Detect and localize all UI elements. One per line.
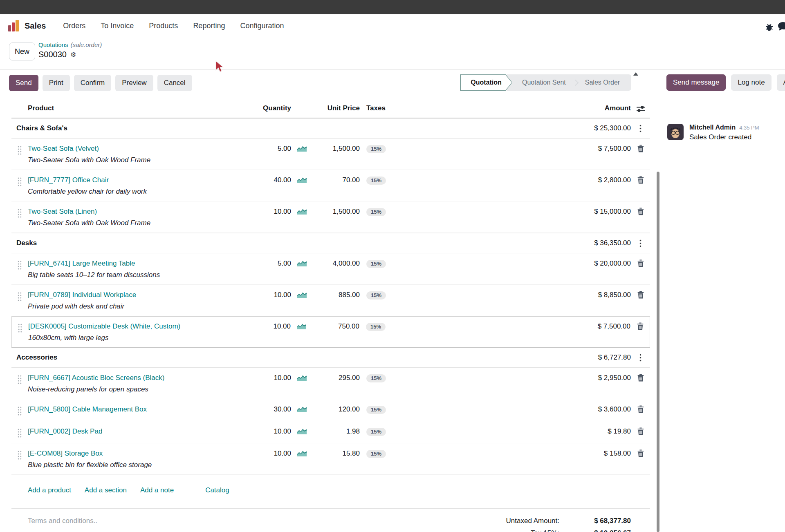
forecast-icon[interactable] bbox=[291, 449, 307, 456]
quantity-value[interactable]: 40.00 bbox=[258, 176, 291, 185]
collapse-caret-icon[interactable] bbox=[633, 72, 638, 76]
add-product-link[interactable]: Add a product bbox=[28, 486, 71, 494]
section-menu-kebab-icon[interactable] bbox=[631, 353, 650, 362]
tax-cell[interactable]: 15% bbox=[360, 144, 433, 153]
unit-price-value[interactable]: 750.00 bbox=[306, 322, 359, 331]
column-header-unit-price[interactable]: Unit Price bbox=[307, 104, 360, 112]
product-row-furn-6741-large-meeting-table[interactable]: [FURN_6741] Large Meeting TableBig table… bbox=[11, 253, 650, 285]
quantity-value[interactable]: 5.00 bbox=[258, 259, 291, 268]
delete-line-trash-icon[interactable] bbox=[631, 176, 650, 184]
new-button[interactable]: New bbox=[9, 42, 35, 60]
unit-price-value[interactable]: 295.00 bbox=[307, 373, 360, 382]
forecast-icon[interactable] bbox=[291, 259, 307, 266]
product-link[interactable]: [FURN_6667] Acoustic Bloc Screens (Black… bbox=[28, 373, 258, 382]
section-row-desks[interactable]: Desks$ 36,350.00 bbox=[11, 233, 650, 253]
product-row-two-seat-sofa-velvet[interactable]: Two-Seat Sofa (Velvet)Two-Seater Sofa wi… bbox=[11, 139, 650, 170]
unit-price-value[interactable]: 4,000.00 bbox=[307, 259, 360, 268]
quantity-value[interactable]: 10.00 bbox=[258, 322, 291, 331]
app-name[interactable]: Sales bbox=[25, 21, 46, 31]
tax-cell[interactable]: 15% bbox=[360, 427, 433, 436]
product-link[interactable]: [E-COM08] Storage Box bbox=[28, 449, 258, 458]
tax-badge[interactable]: 15% bbox=[366, 145, 386, 153]
stage-quotation-sent[interactable]: Quotation Sent bbox=[516, 79, 572, 86]
settings-gear-icon[interactable]: ⚙ bbox=[70, 51, 76, 58]
unit-price-value[interactable]: 1.98 bbox=[307, 427, 360, 436]
delete-line-trash-icon[interactable] bbox=[631, 427, 650, 435]
quantity-value[interactable]: 5.00 bbox=[258, 144, 291, 153]
tax-badge[interactable]: 15% bbox=[366, 450, 386, 458]
delete-line-trash-icon[interactable] bbox=[631, 449, 650, 457]
product-row-furn-0002-desk-pad[interactable]: [FURN_0002] Desk Pad10.001.9815%$ 19.80 bbox=[11, 421, 650, 443]
cancel-button[interactable]: Cancel bbox=[157, 75, 192, 91]
delete-line-trash-icon[interactable] bbox=[631, 291, 650, 299]
forecast-icon[interactable] bbox=[291, 405, 307, 412]
quantity-value[interactable]: 10.00 bbox=[258, 291, 291, 300]
forecast-icon[interactable] bbox=[291, 144, 307, 152]
drag-handle-icon[interactable] bbox=[12, 322, 28, 333]
tax-cell[interactable]: 15% bbox=[360, 259, 433, 268]
confirm-button[interactable]: Confirm bbox=[74, 75, 112, 91]
vertical-scrollbar[interactable] bbox=[657, 172, 659, 532]
activities-button-partial[interactable]: Ac bbox=[777, 74, 785, 91]
product-link[interactable]: [FURN_5800] Cable Management Box bbox=[28, 405, 258, 414]
tax-cell[interactable]: 15% bbox=[360, 207, 433, 216]
drag-handle-icon[interactable] bbox=[11, 405, 28, 416]
column-header-amount[interactable]: Amount bbox=[433, 104, 631, 112]
section-menu-kebab-icon[interactable] bbox=[631, 124, 650, 132]
delete-line-trash-icon[interactable] bbox=[631, 207, 650, 215]
add-note-link[interactable]: Add a note bbox=[140, 486, 174, 494]
nav-item-products[interactable]: Products bbox=[149, 22, 178, 30]
drag-handle-icon[interactable] bbox=[11, 176, 28, 187]
quantity-value[interactable]: 30.00 bbox=[258, 405, 291, 414]
product-link[interactable]: Two-Seat Sofa (Linen) bbox=[28, 207, 258, 216]
catalog-button[interactable]: Catalog bbox=[205, 486, 229, 494]
column-header-taxes[interactable]: Taxes bbox=[360, 104, 433, 112]
unit-price-value[interactable]: 120.00 bbox=[307, 405, 360, 414]
section-menu-kebab-icon[interactable] bbox=[631, 239, 650, 247]
tax-cell[interactable]: 15% bbox=[360, 373, 433, 382]
messages-bubble-icon[interactable] bbox=[777, 21, 785, 34]
product-link[interactable]: [FURN_7777] Office Chair bbox=[28, 176, 258, 185]
quantity-value[interactable]: 10.00 bbox=[258, 373, 291, 382]
delete-line-trash-icon[interactable] bbox=[631, 259, 650, 267]
product-row-furn-0789-individual-workplace[interactable]: [FURN_0789] Individual WorkplacePrivate … bbox=[11, 285, 650, 316]
product-link[interactable]: [FURN_0002] Desk Pad bbox=[28, 427, 258, 436]
tax-badge[interactable]: 15% bbox=[366, 177, 386, 185]
forecast-icon[interactable] bbox=[291, 291, 307, 298]
nav-item-orders[interactable]: Orders bbox=[63, 22, 85, 30]
tax-badge[interactable]: 15% bbox=[366, 374, 386, 382]
drag-handle-icon[interactable] bbox=[11, 427, 28, 438]
sales-app-logo-icon[interactable] bbox=[8, 20, 19, 31]
product-row-two-seat-sofa-linen[interactable]: Two-Seat Sofa (Linen)Two-Seater Sofa wit… bbox=[11, 201, 650, 233]
delete-line-trash-icon[interactable] bbox=[630, 322, 650, 330]
product-row-desk0005-customizable-desk-white-custom[interactable]: [DESK0005] Customizable Desk (White, Cus… bbox=[11, 316, 650, 347]
preview-button[interactable]: Preview bbox=[115, 75, 153, 91]
product-link[interactable]: [DESK0005] Customizable Desk (White, Cus… bbox=[28, 322, 258, 331]
delete-line-trash-icon[interactable] bbox=[631, 373, 650, 382]
drag-handle-icon[interactable] bbox=[11, 144, 28, 155]
forecast-icon[interactable] bbox=[291, 207, 307, 215]
column-header-product[interactable]: Product bbox=[28, 104, 258, 112]
tax-badge[interactable]: 15% bbox=[366, 428, 386, 436]
tax-cell[interactable]: 15% bbox=[360, 405, 433, 414]
delete-line-trash-icon[interactable] bbox=[631, 405, 650, 413]
message-author[interactable]: Mitchell Admin bbox=[689, 124, 736, 131]
unit-price-value[interactable]: 1,500.00 bbox=[307, 207, 360, 216]
tax-cell[interactable]: 15% bbox=[360, 449, 433, 458]
unit-price-value[interactable]: 1,500.00 bbox=[307, 144, 360, 153]
section-row-accessories[interactable]: Accessories$ 6,727.80 bbox=[11, 347, 650, 368]
log-note-button[interactable]: Log note bbox=[731, 74, 771, 91]
send-button[interactable]: Send bbox=[9, 75, 38, 91]
tax-badge[interactable]: 15% bbox=[366, 208, 386, 216]
drag-handle-icon[interactable] bbox=[11, 259, 28, 270]
terms-placeholder[interactable]: Terms and conditions.. bbox=[11, 517, 421, 532]
unit-price-value[interactable]: 70.00 bbox=[307, 176, 360, 185]
optional-columns-icon[interactable] bbox=[631, 105, 650, 112]
tax-badge[interactable]: 15% bbox=[366, 406, 386, 414]
product-row-e-com08-storage-box[interactable]: [E-COM08] Storage BoxBlue plastic bin fo… bbox=[11, 443, 650, 475]
product-row-furn-7777-office-chair[interactable]: [FURN_7777] Office ChairComfortable yell… bbox=[11, 170, 650, 201]
product-link[interactable]: [FURN_0789] Individual Workplace bbox=[28, 291, 258, 300]
stage-quotation-active[interactable]: Quotation bbox=[460, 74, 512, 91]
tax-cell[interactable]: 15% bbox=[360, 176, 433, 185]
unit-price-value[interactable]: 885.00 bbox=[307, 291, 360, 300]
